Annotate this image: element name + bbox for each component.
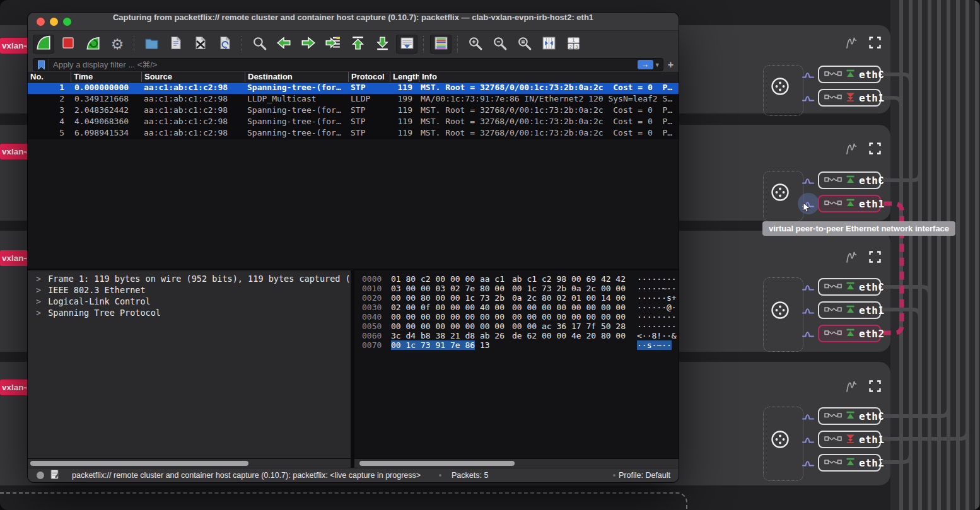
capture-activity-icon[interactable] bbox=[844, 248, 859, 267]
stop-capture-button[interactable] bbox=[57, 35, 79, 54]
hex-row[interactable]: 007000 1c 73 91 7e 86 13··s·~·· bbox=[354, 340, 679, 350]
expand-icon[interactable] bbox=[869, 251, 881, 265]
capture-options-icon: ⚙ bbox=[111, 37, 124, 52]
capture-activity-icon[interactable] bbox=[844, 378, 859, 397]
packet-row[interactable]: 20.349121668aa:c1:ab:c1:c2:98LLDP_Multic… bbox=[28, 94, 679, 105]
column-header-no[interactable]: No. bbox=[28, 72, 71, 82]
column-header-source[interactable]: Source bbox=[141, 72, 245, 82]
interface-button-eth2[interactable]: eth2 bbox=[818, 454, 881, 472]
capture-packets-icon[interactable] bbox=[802, 306, 815, 315]
column-header-destination[interactable]: Destination bbox=[245, 72, 348, 82]
chevron-right-icon[interactable]: > bbox=[36, 274, 41, 284]
display-filter-field[interactable]: → ▼ bbox=[33, 58, 663, 71]
filter-bookmark-icon[interactable] bbox=[33, 59, 49, 71]
capture-packets-icon[interactable] bbox=[802, 412, 815, 420]
auto-scroll-button[interactable] bbox=[396, 35, 417, 54]
column-header-length[interactable]: Length bbox=[390, 72, 419, 82]
interface-button-eth1[interactable]: eth1 bbox=[818, 431, 881, 448]
reload-file-button[interactable] bbox=[214, 35, 236, 54]
interface-button-eth2[interactable]: eth2 bbox=[818, 325, 881, 342]
detail-tree-row[interactable]: >Frame 1: 119 bytes on wire (952 bits), … bbox=[28, 274, 351, 285]
capture-options-button[interactable]: ⚙ bbox=[107, 35, 128, 54]
capture-activity-icon[interactable] bbox=[844, 140, 859, 159]
hex-row[interactable]: 000001 80 c2 00 00 00 aa c1ab c1 c2 98 0… bbox=[354, 274, 679, 284]
interface-button-eth0[interactable]: eth0 bbox=[818, 407, 881, 425]
hex-row[interactable]: 001003 00 00 03 02 7e 80 0000 1c 73 2b 0… bbox=[354, 284, 679, 293]
column-header-protocol[interactable]: Protocol bbox=[348, 72, 390, 82]
column-header-info[interactable]: Info bbox=[419, 72, 679, 82]
previous-packet-button[interactable] bbox=[273, 35, 295, 54]
capture-packets-icon[interactable] bbox=[802, 70, 815, 79]
capture-packets-icon[interactable] bbox=[802, 282, 815, 291]
capture-packets-icon[interactable] bbox=[802, 93, 815, 102]
hex-row[interactable]: 00603c d4 b8 38 21 d8 ab 26de 62 00 00 4… bbox=[354, 331, 679, 340]
packet-row[interactable]: 10.000000000aa:c1:ab:c1:c2:98Spanning-tr… bbox=[28, 83, 679, 94]
filter-dropdown-caret-icon[interactable]: ▼ bbox=[655, 62, 660, 68]
resize-columns-button[interactable] bbox=[538, 35, 559, 54]
bytes-horizontal-scrollbar[interactable] bbox=[354, 458, 679, 468]
apply-filter-button[interactable]: → bbox=[638, 60, 653, 69]
display-filter-input[interactable] bbox=[49, 60, 638, 69]
save-file-button[interactable] bbox=[165, 35, 187, 54]
packet-row[interactable]: 32.048362442aa:c1:ab:c1:c2:98Spanning-tr… bbox=[28, 105, 679, 117]
zoom-in-button[interactable] bbox=[464, 35, 486, 54]
expand-icon[interactable] bbox=[869, 380, 881, 395]
title-bar[interactable]: Capturing from packetflix:// remote clus… bbox=[28, 13, 679, 31]
detail-tree-row[interactable]: >Logical-Link Control bbox=[28, 296, 351, 308]
find-packet-button[interactable] bbox=[248, 35, 270, 54]
detail-horizontal-scrollbar[interactable] bbox=[28, 458, 351, 468]
close-file-button[interactable] bbox=[190, 35, 211, 54]
scrollbar-thumb[interactable] bbox=[359, 461, 515, 466]
detail-tree-row[interactable]: >Spanning Tree Protocol bbox=[28, 308, 351, 319]
add-filter-button[interactable]: + bbox=[668, 59, 674, 71]
go-to-packet-button[interactable] bbox=[322, 35, 344, 54]
open-file-button[interactable] bbox=[141, 35, 162, 54]
interface-button-eth1[interactable]: eth1 bbox=[818, 195, 881, 212]
last-packet-button[interactable] bbox=[371, 35, 393, 54]
capture-file-properties-icon[interactable] bbox=[50, 469, 60, 482]
hex-bytes: 00 00 00 00 00 00 00 00 bbox=[391, 312, 505, 322]
veth-pair-icon bbox=[824, 198, 842, 209]
capture-packets-icon[interactable] bbox=[802, 435, 815, 444]
expert-info-icon[interactable] bbox=[37, 472, 44, 479]
expand-icon[interactable] bbox=[869, 142, 881, 157]
restart-capture-button[interactable] bbox=[82, 35, 103, 54]
first-packet-button[interactable] bbox=[347, 35, 368, 54]
start-capture-button[interactable] bbox=[33, 35, 54, 54]
next-packet-button[interactable] bbox=[298, 35, 319, 54]
hex-row[interactable]: 004000 00 00 00 00 00 00 0000 00 00 00 0… bbox=[354, 312, 679, 322]
chevron-right-icon[interactable]: > bbox=[36, 296, 41, 306]
capture-packets-icon[interactable] bbox=[802, 176, 815, 185]
capture-packets-icon[interactable] bbox=[802, 458, 815, 467]
go-to-packet-icon bbox=[325, 35, 341, 54]
capture-packets-icon[interactable] bbox=[802, 329, 815, 338]
hex-row[interactable]: 005000 00 00 00 00 00 00 0000 00 ac 36 1… bbox=[354, 322, 679, 331]
profile-selector[interactable]: Profile: Default bbox=[619, 471, 670, 480]
panel-actions bbox=[844, 140, 881, 159]
packet-cell: 199 bbox=[390, 94, 419, 105]
capture-activity-icon[interactable] bbox=[844, 34, 859, 53]
chevron-right-icon[interactable]: > bbox=[36, 308, 41, 318]
colorize-packets-button[interactable] bbox=[430, 35, 452, 54]
hex-offset: 0010 bbox=[362, 284, 382, 293]
zoom-reset-button[interactable] bbox=[513, 35, 535, 54]
column-header-time[interactable]: Time bbox=[71, 72, 141, 82]
hex-row[interactable]: 002000 00 80 00 00 1c 73 2b0a 2c 80 02 0… bbox=[354, 293, 679, 303]
interface-button-eth0[interactable]: eth0 bbox=[818, 278, 881, 296]
packet-list-header[interactable]: No.TimeSourceDestinationProtocolLengthIn… bbox=[28, 72, 679, 83]
hex-ascii-selection: ··s·~·· bbox=[637, 340, 672, 350]
packet-row[interactable]: 44.049068360aa:c1:ab:c1:c2:98Spanning-tr… bbox=[28, 117, 679, 128]
interface-button-eth1[interactable]: eth1 bbox=[818, 89, 881, 107]
zoom-out-button[interactable] bbox=[489, 35, 510, 54]
packet-cell: Spanning-tree-(for… bbox=[245, 117, 348, 128]
detail-tree-row[interactable]: >IEEE 802.3 Ethernet bbox=[28, 285, 351, 296]
scrollbar-thumb[interactable] bbox=[30, 461, 248, 466]
expand-icon[interactable] bbox=[869, 37, 881, 51]
packet-row[interactable]: 56.098941534aa:c1:ab:c1:c2:98Spanning-tr… bbox=[28, 128, 679, 139]
interface-button-eth1[interactable]: eth1 bbox=[818, 301, 881, 319]
interface-button-eth0[interactable]: eth0 bbox=[818, 171, 881, 189]
interface-button-eth0[interactable]: eth0 bbox=[818, 66, 881, 83]
layout-chooser-button[interactable]: 123 bbox=[563, 35, 584, 54]
chevron-right-icon[interactable]: > bbox=[36, 285, 41, 295]
hex-row[interactable]: 003002 00 0f 00 00 00 40 0000 00 00 00 0… bbox=[354, 303, 679, 312]
